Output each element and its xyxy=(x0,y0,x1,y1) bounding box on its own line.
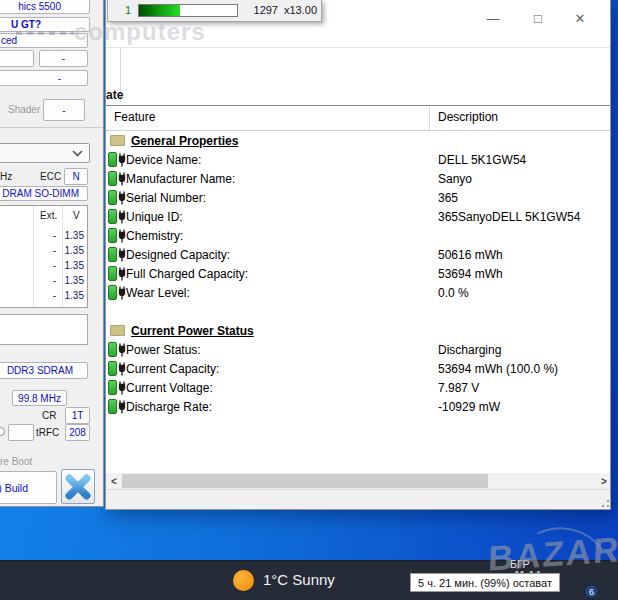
battery-plug-icon xyxy=(108,190,126,205)
feature-cell: Current Capacity: xyxy=(126,362,219,376)
table-row[interactable]: Manufacturer Name: Sanyo xyxy=(106,169,611,188)
horizontal-scrollbar[interactable]: < > xyxy=(106,473,611,489)
spacer-row xyxy=(106,302,611,321)
ext-cell: - xyxy=(26,275,56,286)
voltage-cell: 1.35 xyxy=(54,260,84,271)
cr-label: CR xyxy=(42,410,56,421)
scroll-left-icon[interactable]: < xyxy=(106,473,122,489)
cr-value-field: 1T xyxy=(65,407,90,424)
battery-plug-icon xyxy=(108,399,126,414)
battery-tooltip: 5 ч. 21 мин. (99%) остават xyxy=(410,573,560,592)
voltage-cell: 1.35 xyxy=(54,245,84,256)
value-field xyxy=(0,50,34,67)
chevron-down-icon xyxy=(72,150,83,157)
radio-button[interactable] xyxy=(0,427,5,436)
scroll-right-icon[interactable]: > xyxy=(596,473,611,489)
minimize-button[interactable]: — xyxy=(481,8,505,28)
info-box xyxy=(0,314,88,345)
value-field: - xyxy=(39,50,88,67)
battery-info-window: — □ ✕ ate Feature Description General Pr… xyxy=(105,0,611,510)
scrollbar-thumb[interactable] xyxy=(122,474,488,488)
voltage-cell: 1.35 xyxy=(54,290,84,301)
table-row[interactable]: Power Status: Discharging xyxy=(106,340,611,359)
feature-cell: Full Charged Capacity: xyxy=(126,267,248,281)
section-row[interactable]: General Properties xyxy=(106,131,611,150)
description-cell: 365SanyoDELL 5K1GW54 xyxy=(438,210,580,224)
memory-type-field: DDR3 SDRAM xyxy=(0,362,88,379)
clock-value: 1297 xyxy=(254,4,278,16)
ext-cell: - xyxy=(26,230,56,241)
ext-cell: - xyxy=(26,290,56,301)
table-row[interactable]: Wear Level: 0.0 % xyxy=(106,283,611,302)
weather-sun-icon[interactable] xyxy=(233,570,254,591)
battery-plug-icon xyxy=(108,285,126,300)
feature-cell: Current Voltage: xyxy=(126,381,213,395)
battery-plug-icon xyxy=(108,209,126,224)
close-button[interactable]: ✕ xyxy=(568,8,592,28)
battery-plug-icon xyxy=(108,152,126,167)
feature-cell: Discharge Rate: xyxy=(126,400,212,414)
description-cell: Sanyo xyxy=(438,172,472,186)
clipped-text: ate xyxy=(106,88,123,102)
feature-column-header[interactable]: Feature xyxy=(114,110,155,124)
clock-progress-bar xyxy=(138,4,238,17)
description-column-header[interactable]: Description xyxy=(438,110,498,124)
feature-cell: Device Name: xyxy=(126,153,201,167)
module-type-field: DRAM SO-DIMM xyxy=(0,186,88,201)
battery-plug-icon xyxy=(108,228,126,243)
windows-build-field: ) Build xyxy=(0,471,57,504)
maximize-button[interactable]: □ xyxy=(526,8,550,28)
description-cell: 50616 mWh xyxy=(438,248,503,262)
v-column-header: V xyxy=(73,210,80,221)
section-title: Current Power Status xyxy=(131,324,254,338)
battery-plug-icon xyxy=(108,171,126,186)
battery-plug-icon xyxy=(108,342,126,357)
description-cell: 53694 mWh (100.0 %) xyxy=(438,362,558,376)
weather-widget[interactable]: 1°C Sunny xyxy=(263,571,335,588)
battery-plug-icon xyxy=(108,380,126,395)
blue-x-icon xyxy=(65,474,91,500)
description-cell: Discharging xyxy=(438,343,501,357)
table-row[interactable]: Unique ID: 365SanyoDELL 5K1GW54 xyxy=(106,207,611,226)
battery-plug-icon xyxy=(108,361,126,376)
ext-cell: - xyxy=(26,260,56,271)
ecc-value-field: N xyxy=(64,168,88,185)
table-row[interactable]: Serial Number: 365 xyxy=(106,188,611,207)
trfc-label: tRFC xyxy=(36,427,59,438)
table-row[interactable]: Device Name: DELL 5K1GW54 xyxy=(106,150,611,169)
close-summary-button[interactable] xyxy=(61,469,95,504)
header-divider[interactable] xyxy=(429,106,430,130)
section-title: General Properties xyxy=(131,134,238,148)
cpu-clock-row[interactable]: 1 1297 x13.00 xyxy=(107,0,322,22)
gpu-type-field: U GT? xyxy=(0,17,90,32)
memory-slot-dropdown[interactable] xyxy=(0,143,90,163)
status-bar xyxy=(106,489,611,510)
section-row[interactable]: Current Power Status xyxy=(106,321,611,340)
list-header: Feature Description xyxy=(106,105,611,131)
table-row[interactable]: Full Charged Capacity: 53694 mWh xyxy=(106,264,611,283)
shader-label: Shader xyxy=(8,104,40,115)
watermark-dashes xyxy=(16,31,74,35)
feature-cell: Designed Capacity: xyxy=(126,248,230,262)
gpu-name-field: hics 5500 xyxy=(0,0,90,14)
description-cell: 0.0 % xyxy=(438,286,469,300)
system-summary-panel: hics 5500 U GT? ced - - Shader - Hz ECC … xyxy=(0,0,104,507)
battery-plug-icon xyxy=(108,247,126,262)
table-row[interactable]: Current Voltage: 7.987 V xyxy=(106,378,611,397)
table-row[interactable]: Current Capacity: 53694 mWh (100.0 %) xyxy=(106,359,611,378)
multiplier-value: x13.00 xyxy=(284,4,317,16)
table-row[interactable]: Discharge Rate: -10929 mW xyxy=(106,397,611,416)
table-row[interactable]: Chemistry: xyxy=(106,226,611,245)
notification-count-badge[interactable]: 6 xyxy=(584,584,599,599)
feature-cell: Serial Number: xyxy=(126,191,206,205)
description-cell: DELL 5K1GW54 xyxy=(438,153,526,167)
feature-cell: Chemistry: xyxy=(126,229,183,243)
resize-grip-icon[interactable] xyxy=(598,496,610,508)
value-field xyxy=(8,424,34,441)
ext-cell: - xyxy=(26,245,56,256)
folder-icon xyxy=(110,325,125,336)
feature-cell: Power Status: xyxy=(126,343,201,357)
description-cell: -10929 mW xyxy=(438,400,500,414)
voltage-cell: 1.35 xyxy=(54,275,84,286)
table-row[interactable]: Designed Capacity: 50616 mWh xyxy=(106,245,611,264)
